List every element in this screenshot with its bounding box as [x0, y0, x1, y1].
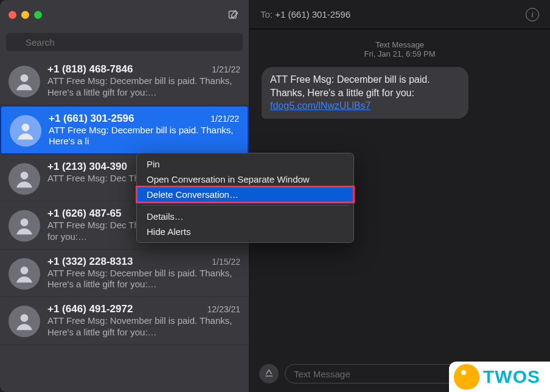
menu-item-open-separate[interactable]: Open Conversation in Separate Window	[137, 172, 353, 187]
menu-item-details[interactable]: Details…	[137, 209, 353, 224]
timestamp-date: Fri, Jan 21, 6:59 PM	[364, 49, 435, 58]
conversation-name: +1 (818) 468-7846	[47, 63, 133, 75]
conversation-name: +1 (646) 491-2972	[47, 303, 133, 315]
info-icon: i	[531, 10, 534, 19]
avatar	[9, 66, 40, 97]
conversation-row[interactable]: +1 (646) 491-2972 12/23/21 ATT Free Msg:…	[0, 297, 249, 345]
watermark-text: TWOS	[483, 366, 540, 387]
svg-point-5	[21, 172, 29, 180]
menu-item-pin[interactable]: Pin	[137, 156, 353, 172]
close-window-button[interactable]	[9, 11, 16, 19]
svg-point-3	[21, 74, 29, 82]
context-menu: Pin Open Conversation in Separate Window…	[136, 153, 354, 243]
conversation-row-selected[interactable]: +1 (661) 301-2596 1/21/22 ATT Free Msg: …	[0, 105, 249, 155]
app-store-icon	[263, 368, 274, 379]
conversation-preview: ATT Free Msg: December bill is paid. Tha…	[47, 268, 240, 291]
conversation-name: +1 (213) 304-390	[47, 161, 127, 173]
minimize-window-button[interactable]	[21, 11, 29, 19]
svg-point-7	[21, 266, 29, 274]
titlebar	[0, 0, 249, 29]
person-icon	[14, 169, 35, 189]
svg-point-4	[22, 123, 30, 131]
conversation-date: 1/21/22	[211, 114, 239, 124]
message-text: ATT Free Msg: December bill is paid. Tha…	[270, 74, 430, 98]
menu-separator	[142, 205, 349, 206]
person-icon	[14, 71, 35, 92]
avatar	[9, 163, 40, 195]
person-icon	[15, 121, 36, 141]
lightbulb-icon	[454, 364, 479, 390]
watermark: TWOS	[449, 362, 550, 392]
message-timestamp: Text Message Fri, Jan 21, 6:59 PM	[262, 40, 538, 58]
svg-point-8	[21, 314, 29, 322]
to-value[interactable]: +1 (661) 301-2596	[275, 9, 350, 19]
conversation-date: 12/23/21	[207, 304, 241, 314]
conversation-header: To: +1 (661) 301-2596 i	[249, 0, 550, 29]
conversation-preview: ATT Free Msg: December bill is paid. Tha…	[49, 125, 239, 148]
traffic-lights	[9, 11, 42, 19]
avatar	[9, 210, 40, 242]
compose-icon	[228, 9, 240, 21]
search-wrap	[0, 29, 249, 57]
message-link[interactable]: fdog5.com/lNwzULlBs7	[270, 100, 371, 111]
avatar	[10, 115, 41, 147]
conversation-name: +1 (661) 301-2596	[49, 113, 134, 125]
person-icon	[14, 264, 35, 284]
to-line: To: +1 (661) 301-2596	[260, 9, 350, 19]
details-button[interactable]: i	[526, 8, 539, 21]
conversation-date: 1/15/22	[212, 257, 240, 267]
search-input[interactable]	[6, 33, 243, 51]
svg-point-6	[21, 219, 29, 226]
to-label: To:	[260, 9, 273, 19]
menu-item-delete-conversation[interactable]: Delete Conversation…	[137, 187, 353, 202]
maximize-window-button[interactable]	[34, 11, 42, 19]
timestamp-type: Text Message	[262, 40, 538, 49]
conversation-name: +1 (626) 487-65	[47, 208, 121, 220]
conversation-preview: ATT Free Msg: December bill is paid. Tha…	[47, 75, 240, 99]
menu-item-hide-alerts[interactable]: Hide Alerts	[137, 224, 353, 239]
conversation-name: +1 (332) 228-8313	[47, 256, 133, 268]
conversation-row[interactable]: +1 (818) 468-7846 1/21/22 ATT Free Msg: …	[0, 57, 249, 105]
person-icon	[14, 311, 35, 332]
conversation-row[interactable]: +1 (332) 228-8313 1/15/22 ATT Free Msg: …	[0, 250, 249, 298]
compose-button[interactable]	[227, 8, 240, 21]
app-store-button[interactable]	[259, 364, 279, 383]
conversation-date: 1/21/22	[212, 65, 240, 74]
conversation-preview: ATT Free Msg: November bill is paid. Tha…	[47, 315, 240, 338]
person-icon	[14, 215, 35, 236]
avatar	[9, 306, 40, 337]
message-bubble-incoming[interactable]: ATT Free Msg: December bill is paid. Tha…	[262, 67, 468, 119]
avatar	[9, 258, 40, 290]
